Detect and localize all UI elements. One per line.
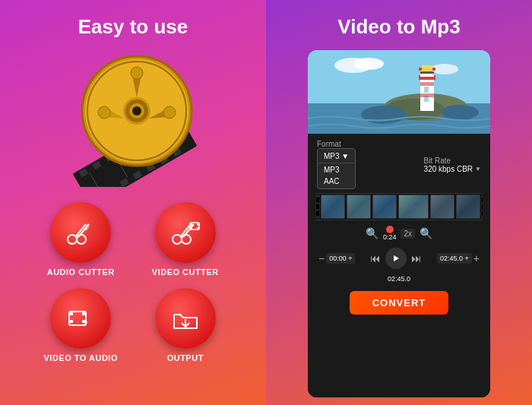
end-time-display: 02:45.0 + bbox=[437, 253, 472, 264]
play-icon bbox=[391, 254, 401, 263]
svg-point-25 bbox=[132, 106, 141, 115]
current-time: 0:24 bbox=[383, 233, 397, 241]
svg-rect-52 bbox=[308, 50, 490, 103]
controls-area: Format MP3 ▼ MP3 AAC Bit Rate 320 kbps C… bbox=[308, 134, 490, 397]
scissors-film-icon bbox=[169, 217, 201, 248]
format-aac-item[interactable]: AAC bbox=[318, 176, 355, 187]
start-time-display: 00:00 + bbox=[326, 253, 355, 264]
lighthouse-scene-svg bbox=[308, 50, 490, 134]
duration-row: 02:45.0 bbox=[315, 274, 483, 283]
format-bitrate-row: Format MP3 ▼ MP3 AAC Bit Rate 320 kbps C… bbox=[315, 140, 483, 189]
svg-rect-41 bbox=[190, 223, 192, 226]
start-minus-btn[interactable]: − bbox=[318, 252, 325, 264]
video-cutter-button[interactable]: VIDEO CUTTER bbox=[139, 202, 233, 277]
time-marker: 0:24 bbox=[383, 226, 397, 241]
video-audio-button[interactable]: ♪ VIDEO TO AUDIO bbox=[34, 288, 128, 362]
svg-rect-68 bbox=[420, 93, 434, 97]
svg-rect-63 bbox=[422, 65, 432, 71]
left-panel: Easy to use bbox=[0, 0, 266, 405]
time-marker-dot bbox=[386, 226, 394, 233]
folder-download-icon bbox=[169, 302, 201, 334]
svg-text:♪: ♪ bbox=[84, 220, 90, 233]
svg-point-70 bbox=[441, 105, 479, 120]
film-reel-svg bbox=[57, 50, 209, 187]
film-music-icon: ♪ bbox=[65, 302, 97, 334]
format-section: Format MP3 ▼ MP3 AAC bbox=[317, 140, 356, 189]
output-label: OUTPUT bbox=[167, 353, 204, 362]
video-cutter-label: VIDEO CUTTER bbox=[152, 267, 219, 277]
format-mp3-item[interactable]: MP3 bbox=[318, 164, 355, 176]
svg-point-27 bbox=[163, 106, 176, 119]
skip-forward-icon[interactable]: ⏭ bbox=[411, 252, 422, 264]
end-time-control: 02:45.0 + + bbox=[437, 252, 480, 264]
svg-point-55 bbox=[353, 58, 384, 70]
right-panel: Video to Mp3 bbox=[266, 0, 532, 405]
scissors-music-icon: ♪ bbox=[65, 217, 97, 248]
start-time-control: − 00:00 + bbox=[318, 252, 355, 264]
app-buttons-grid: ♪ AUDIO CUTTER bbox=[34, 202, 232, 362]
svg-point-28 bbox=[98, 106, 110, 119]
film-holes-left bbox=[315, 195, 320, 219]
svg-point-69 bbox=[361, 106, 407, 124]
audio-cutter-button[interactable]: ♪ AUDIO CUTTER bbox=[34, 202, 128, 277]
format-label: Format bbox=[317, 140, 356, 148]
zoom-level: 2x bbox=[401, 229, 415, 239]
audio-cutter-label: AUDIO CUTTER bbox=[47, 267, 115, 277]
video-cutter-icon-circle bbox=[155, 202, 216, 263]
film-reel-illustration bbox=[57, 50, 209, 187]
filmstrip[interactable] bbox=[315, 193, 483, 220]
output-button[interactable]: OUTPUT bbox=[139, 288, 233, 362]
video-audio-icon-circle: ♪ bbox=[50, 288, 111, 349]
playback-row: − 00:00 + ⏮ ⏭ 02:45.0 + + bbox=[315, 246, 483, 271]
right-title: Video to Mp3 bbox=[337, 15, 460, 39]
left-title: Easy to use bbox=[78, 15, 188, 39]
skip-back-icon[interactable]: ⏮ bbox=[370, 252, 381, 264]
film-frame-3 bbox=[372, 195, 397, 219]
format-dropdown[interactable]: MP3 ▼ MP3 AAC bbox=[317, 148, 356, 189]
video-preview bbox=[308, 50, 490, 134]
film-holes-right bbox=[481, 195, 483, 219]
output-icon-circle bbox=[155, 288, 216, 349]
bitrate-value[interactable]: 320 kbps CBR ▼ bbox=[424, 165, 481, 173]
duration-display: 02:45.0 bbox=[388, 275, 410, 283]
svg-rect-48 bbox=[69, 320, 73, 323]
film-frame-2 bbox=[347, 195, 371, 219]
playback-controls: ⏮ ⏭ bbox=[370, 248, 422, 269]
svg-text:♪: ♪ bbox=[83, 315, 88, 327]
svg-point-26 bbox=[131, 67, 143, 79]
svg-rect-46 bbox=[69, 312, 73, 315]
zoom-timeline-row: 🔍 0:24 2x 🔍 bbox=[315, 224, 483, 242]
film-frame-5 bbox=[430, 195, 454, 219]
video-audio-label: VIDEO TO AUDIO bbox=[44, 353, 118, 362]
format-mp3-option[interactable]: MP3 ▼ bbox=[318, 150, 355, 162]
bitrate-label: Bit Rate bbox=[424, 157, 481, 165]
film-frame-4 bbox=[398, 195, 429, 219]
zoom-out-icon[interactable]: 🔍 bbox=[420, 227, 432, 239]
svg-rect-65 bbox=[424, 87, 429, 93]
audio-cutter-icon-circle: ♪ bbox=[50, 202, 111, 263]
svg-rect-42 bbox=[197, 223, 199, 226]
phone-screen: Format MP3 ▼ MP3 AAC Bit Rate 320 kbps C… bbox=[308, 50, 490, 397]
film-frame-6 bbox=[456, 195, 480, 219]
end-plus-btn[interactable]: + bbox=[473, 252, 480, 264]
svg-rect-64 bbox=[420, 71, 434, 74]
zoom-in-icon[interactable]: 🔍 bbox=[366, 227, 378, 239]
svg-rect-43 bbox=[190, 227, 192, 229]
film-frame-1 bbox=[321, 195, 345, 219]
svg-rect-67 bbox=[420, 82, 434, 86]
svg-rect-44 bbox=[197, 227, 199, 229]
bitrate-section: Bit Rate 320 kbps CBR ▼ bbox=[424, 157, 481, 173]
convert-button[interactable]: CONVERT bbox=[350, 291, 449, 315]
play-button[interactable] bbox=[385, 248, 407, 269]
svg-marker-71 bbox=[394, 255, 399, 261]
